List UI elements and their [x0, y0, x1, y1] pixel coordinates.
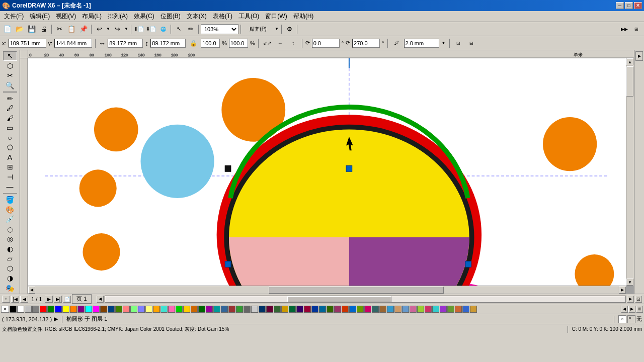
save-button[interactable]: 💾	[26, 24, 37, 35]
maximize-button[interactable]: □	[625, 2, 633, 9]
menu-text[interactable]: 文本(X)	[184, 11, 210, 22]
hscroll-thumb2[interactable]	[287, 296, 391, 302]
transparent-tool-btn[interactable]: ◑	[3, 274, 17, 283]
palette-swatch[interactable]	[364, 306, 371, 313]
open-button[interactable]: 📂	[14, 24, 25, 35]
palette-swatch[interactable]	[85, 306, 92, 313]
palette-swatch[interactable]	[470, 306, 477, 313]
palette-expand-btn[interactable]: ⊞	[636, 306, 643, 313]
palette-swatch[interactable]	[372, 306, 379, 313]
height-input[interactable]	[150, 39, 186, 48]
snap-dropdown[interactable]: ▼	[274, 24, 279, 35]
palette-swatch[interactable]	[379, 306, 386, 313]
angle2-input[interactable]	[352, 39, 380, 48]
connector-tool-btn[interactable]: —	[3, 182, 17, 192]
hscroll-thumb[interactable]	[269, 287, 444, 294]
stroke-size-input[interactable]	[404, 39, 439, 48]
palette-swatch[interactable]	[402, 306, 409, 313]
menu-help[interactable]: 帮助(H)	[290, 11, 317, 22]
hscroll-track[interactable]	[105, 296, 626, 303]
page-prev-first-btn[interactable]: |◀	[11, 296, 19, 303]
palette-swatch[interactable]	[62, 306, 69, 313]
menu-view[interactable]: 视图(V)	[53, 11, 79, 22]
menu-file[interactable]: 文件(F)	[1, 11, 27, 22]
y-input[interactable]	[54, 39, 92, 48]
no-fill-swatch[interactable]: ✕	[1, 306, 9, 313]
artistic-media-btn[interactable]: 🖌	[3, 114, 17, 123]
hscroll-left[interactable]: ◀	[97, 296, 104, 303]
undo-button[interactable]: ↩	[94, 24, 105, 35]
paste-button[interactable]: 📌	[78, 24, 89, 35]
palette-swatch[interactable]	[145, 306, 152, 313]
palette-swatch[interactable]	[447, 306, 454, 313]
convert-btn[interactable]: ⊟	[466, 38, 477, 49]
smart-fill-btn[interactable]: 🎨	[3, 205, 17, 215]
page-tab-1[interactable]: 页 1	[72, 294, 91, 304]
zoom-tool-btn[interactable]: 🔍	[3, 81, 17, 90]
minimize-button[interactable]: ─	[616, 2, 624, 9]
palette-swatch[interactable]	[296, 306, 303, 313]
palette-swatch[interactable]	[108, 306, 115, 313]
more-options-btn[interactable]: ⊡	[453, 38, 464, 49]
palette-swatch[interactable]	[251, 306, 258, 313]
palette-swatch[interactable]	[357, 306, 364, 313]
pct-w-input[interactable]	[201, 39, 220, 48]
scroll-up-btn[interactable]: ▲	[626, 58, 633, 65]
outline-btn[interactable]: 🖊	[391, 38, 402, 49]
import-button[interactable]: ⬆📄	[133, 24, 144, 35]
menu-edit[interactable]: 编辑(E)	[27, 11, 53, 22]
pct-h-input[interactable]	[229, 39, 248, 48]
new-button[interactable]: 📄	[2, 24, 13, 35]
extrude-tool-btn[interactable]: ⬡	[3, 264, 17, 274]
menu-window[interactable]: 窗口(W)	[262, 11, 290, 22]
angle1-input[interactable]	[312, 39, 340, 48]
stroke-dropdown[interactable]: ▼	[441, 38, 446, 49]
palette-swatch[interactable]	[40, 306, 47, 313]
palette-swatch[interactable]	[123, 306, 130, 313]
table-tool-btn[interactable]: ⊞	[3, 162, 17, 172]
scroll-left-btn[interactable]: ◀	[28, 287, 35, 294]
palette-swatch[interactable]	[387, 306, 394, 313]
lock-ratio-button[interactable]: 🔒	[188, 38, 199, 49]
palette-swatch[interactable]	[334, 306, 341, 313]
palette-swatch[interactable]	[228, 306, 235, 313]
shape-tool-btn[interactable]: ⬡	[3, 61, 17, 71]
palette-swatch[interactable]	[462, 306, 469, 313]
width-input[interactable]	[108, 39, 143, 48]
palette-swatch[interactable]	[319, 306, 326, 313]
color-tool-btn[interactable]: 🎭	[3, 284, 17, 293]
envelope-tool-btn[interactable]: ▱	[3, 254, 17, 263]
palette-swatch[interactable]	[183, 306, 190, 313]
palette-swatch[interactable]	[10, 306, 17, 313]
palette-swatch[interactable]	[77, 306, 85, 313]
palette-swatch[interactable]	[198, 306, 205, 313]
palette-swatch[interactable]	[342, 306, 349, 313]
palette-swatch[interactable]	[168, 306, 175, 313]
palette-swatch[interactable]	[32, 306, 39, 313]
palette-swatch[interactable]	[206, 306, 213, 313]
fill-indicator[interactable]: ○	[618, 315, 626, 323]
options-button[interactable]: ⚙	[284, 24, 295, 35]
page-next-last-btn[interactable]: ▶|	[54, 296, 62, 303]
print-button[interactable]: 🖨	[38, 24, 49, 35]
palette-swatch[interactable]	[349, 306, 356, 313]
menu-table[interactable]: 表格(T)	[210, 11, 235, 22]
palette-swatch[interactable]	[410, 306, 417, 313]
blend-tool-btn[interactable]: ◎	[3, 234, 17, 244]
right-panel-btn1[interactable]: ▶	[635, 51, 643, 61]
palette-swatch[interactable]	[455, 306, 462, 313]
page-next-btn[interactable]: ▶	[45, 296, 53, 303]
export-button[interactable]: ⬇📄	[145, 24, 156, 35]
copy-button[interactable]: 📋	[66, 24, 77, 35]
palette-swatch[interactable]	[236, 306, 243, 313]
redo-dropdown[interactable]: ▼	[124, 24, 129, 35]
palette-swatch[interactable]	[221, 306, 228, 313]
palette-swatch[interactable]	[259, 306, 266, 313]
toolbar-expand[interactable]: ⊞	[631, 24, 642, 35]
page-prev-btn[interactable]: ◀	[20, 296, 28, 303]
crop-tool-btn[interactable]: ✂	[3, 71, 17, 80]
palette-swatch[interactable]	[93, 306, 100, 313]
polygon-tool-btn[interactable]: ⬠	[3, 143, 17, 152]
menu-tools[interactable]: 工具(O)	[235, 11, 262, 22]
palette-swatch[interactable]	[274, 306, 281, 313]
